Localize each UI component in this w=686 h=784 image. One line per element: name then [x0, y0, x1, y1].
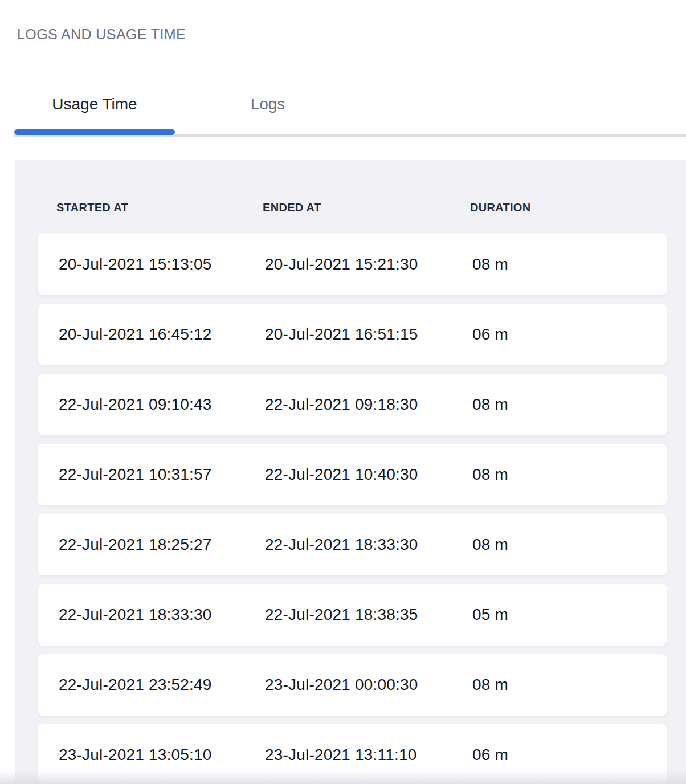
- cell-ended-at: 23-Jul-2021 00:00:30: [265, 676, 472, 694]
- usage-time-panel: STARTED AT ENDED AT DURATION 20-Jul-2021…: [15, 160, 686, 784]
- table-row: 22-Jul-2021 23:52:49 23-Jul-2021 00:00:3…: [38, 654, 667, 716]
- cell-started-at: 22-Jul-2021 10:31:57: [59, 466, 265, 484]
- table-row: 23-Jul-2021 13:05:10 23-Jul-2021 13:11:1…: [38, 724, 667, 784]
- cell-ended-at: 22-Jul-2021 18:33:30: [265, 536, 472, 554]
- cell-ended-at: 20-Jul-2021 15:21:30: [265, 255, 472, 273]
- column-header-duration: DURATION: [470, 201, 667, 214]
- table-row: 20-Jul-2021 16:45:12 20-Jul-2021 16:51:1…: [38, 304, 667, 365]
- table-row: 20-Jul-2021 15:13:05 20-Jul-2021 15:21:3…: [38, 234, 667, 295]
- table-row: 22-Jul-2021 18:33:30 22-Jul-2021 18:38:3…: [38, 584, 667, 646]
- page-title: LOGS AND USAGE TIME: [17, 26, 186, 43]
- table-row: 22-Jul-2021 18:25:27 22-Jul-2021 18:33:3…: [38, 514, 667, 575]
- cell-started-at: 22-Jul-2021 09:10:43: [59, 395, 265, 414]
- table-header-row: STARTED AT ENDED AT DURATION: [38, 200, 667, 215]
- cell-ended-at: 23-Jul-2021 13:11:10: [265, 746, 472, 764]
- cell-started-at: 20-Jul-2021 16:45:12: [59, 325, 265, 344]
- cell-ended-at: 20-Jul-2021 16:51:15: [265, 325, 472, 344]
- cell-ended-at: 22-Jul-2021 09:18:30: [265, 395, 472, 414]
- cell-duration: 08 m: [472, 255, 667, 273]
- cell-duration: 08 m: [472, 395, 667, 414]
- cell-started-at: 22-Jul-2021 18:33:30: [59, 606, 265, 624]
- tab-usage-time[interactable]: Usage Time: [14, 96, 175, 113]
- cell-duration: 08 m: [472, 536, 667, 554]
- cell-duration: 06 m: [472, 746, 667, 764]
- tab-bar: Usage Time Logs: [0, 96, 686, 137]
- column-header-started-at: STARTED AT: [56, 201, 263, 214]
- table-row: 22-Jul-2021 10:31:57 22-Jul-2021 10:40:3…: [38, 444, 667, 505]
- cell-ended-at: 22-Jul-2021 10:40:30: [265, 466, 472, 484]
- column-header-ended-at: ENDED AT: [263, 201, 470, 214]
- cell-duration: 08 m: [472, 676, 667, 694]
- cell-started-at: 22-Jul-2021 18:25:27: [59, 536, 265, 554]
- table-row: 22-Jul-2021 09:10:43 22-Jul-2021 09:18:3…: [38, 374, 667, 435]
- usage-time-table: STARTED AT ENDED AT DURATION 20-Jul-2021…: [15, 160, 686, 784]
- cell-duration: 06 m: [472, 325, 667, 344]
- cell-started-at: 23-Jul-2021 13:05:10: [59, 746, 265, 764]
- cell-duration: 05 m: [472, 606, 667, 624]
- cell-duration: 08 m: [472, 466, 667, 484]
- active-tab-indicator: [14, 129, 175, 135]
- cell-started-at: 20-Jul-2021 15:13:05: [59, 255, 265, 273]
- cell-ended-at: 22-Jul-2021 18:38:35: [265, 606, 472, 624]
- cell-started-at: 22-Jul-2021 23:52:49: [59, 676, 265, 694]
- tab-logs[interactable]: Logs: [175, 96, 361, 113]
